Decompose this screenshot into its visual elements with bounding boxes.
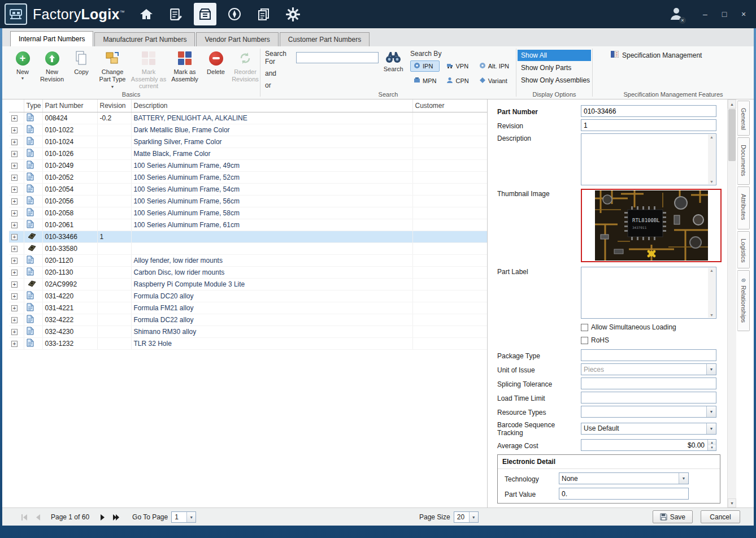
save-button[interactable]: Save (653, 510, 693, 523)
expand-icon[interactable]: + (11, 186, 18, 193)
customer-column-header[interactable]: Customer (412, 99, 487, 112)
show-all-option[interactable]: Show All (518, 50, 591, 61)
expand-icon[interactable]: + (11, 198, 18, 205)
expand-icon[interactable]: + (11, 163, 18, 169)
goto-page-select[interactable]: 1▼ (171, 511, 196, 523)
searchby-vpn[interactable]: VPN (443, 60, 472, 72)
revision-field[interactable] (581, 119, 716, 131)
tab-general[interactable]: General (737, 101, 750, 136)
expand-icon[interactable]: + (11, 329, 18, 335)
part-label-scrollbar[interactable]: ▲▼ (708, 268, 715, 318)
grid-detail-splitter[interactable] (487, 99, 488, 507)
average-cost-field[interactable] (581, 439, 716, 451)
table-row[interactable]: +010-1022Dark Metallic Blue, Frame Color (9, 124, 487, 136)
table-row[interactable]: +010-2049100 Series Aluminum Frame, 49cm (9, 159, 487, 171)
unit-of-issue-select[interactable]: Pieces▼ (581, 363, 716, 375)
tab-internal-part-numbers[interactable]: Internal Part Numbers (10, 31, 93, 46)
tab-attributes[interactable]: Attributes (737, 186, 750, 229)
page-size-select[interactable]: 20▼ (454, 511, 479, 523)
spinner-down-icon[interactable]: ▼ (707, 445, 716, 451)
table-row[interactable]: +032-4230Shimano RM30 alloy (9, 326, 487, 337)
expand-icon[interactable]: + (11, 258, 18, 264)
documents-icon[interactable] (253, 3, 275, 25)
expand-icon[interactable]: + (11, 175, 18, 181)
close-button[interactable]: × (738, 10, 749, 19)
show-only-parts-option[interactable]: Show Only Parts (518, 62, 591, 73)
part-label-textarea[interactable]: ▲▼ (581, 267, 716, 319)
description-scrollbar[interactable]: ▲▼ (708, 134, 715, 184)
minimize-button[interactable]: – (699, 10, 711, 19)
detail-scrollbar[interactable]: ▲ ▼ (727, 99, 736, 507)
part-number-field[interactable] (581, 105, 716, 117)
expand-icon[interactable]: + (11, 115, 18, 122)
description-textarea[interactable]: ▲▼ (581, 133, 716, 185)
cancel-button[interactable]: Cancel (701, 510, 740, 523)
table-row[interactable]: +010-2058100 Series Aluminum Frame, 58cm (9, 207, 487, 219)
expand-icon[interactable]: + (11, 305, 18, 311)
tab-customer-part-numbers[interactable]: Customer Part Numbers (280, 32, 370, 46)
navigate-icon[interactable] (223, 3, 246, 25)
part-value-field[interactable] (559, 488, 689, 500)
search-input[interactable] (296, 52, 379, 63)
copy-button[interactable]: Copy (67, 49, 96, 77)
searchby-variant[interactable]: Variant (476, 75, 512, 86)
scroll-down-icon[interactable]: ▼ (728, 498, 736, 507)
type-column-header[interactable]: Type (24, 99, 42, 112)
table-row[interactable]: +033-1232TLR 32 Hole (9, 337, 487, 349)
delete-button[interactable]: Delete (201, 49, 231, 77)
new-button[interactable]: + New▼ (8, 49, 37, 82)
chevron-down-icon[interactable]: ▼ (186, 512, 195, 522)
tab-manufacturer-part-numbers[interactable]: Manufacturer Part Numbers (94, 32, 195, 46)
tab-vendor-part-numbers[interactable]: Vendor Part Numbers (196, 32, 278, 46)
scroll-up-icon[interactable]: ▲ (710, 135, 714, 139)
allow-simultaneous-loading-checkbox[interactable] (581, 324, 588, 331)
expand-icon[interactable]: + (11, 293, 18, 300)
work-instructions-icon[interactable] (164, 3, 187, 25)
maximize-button[interactable]: □ (719, 10, 730, 19)
mark-as-assembly-button[interactable]: Mark as Assembly (168, 49, 201, 84)
change-part-type-button[interactable]: Change Part Type ▼ (96, 49, 129, 91)
chevron-down-icon[interactable]: ▼ (679, 473, 688, 484)
spinner-up-icon[interactable]: ▲ (707, 440, 716, 445)
scroll-up-icon[interactable]: ▲ (710, 268, 714, 272)
table-row[interactable]: +010-1026Matte Black, Frame Color (9, 147, 487, 159)
barcode-sequence-tracking-select[interactable]: Use Default▼ (581, 423, 716, 435)
tab-relationships[interactable]: Relationships (737, 270, 750, 331)
expand-icon[interactable]: + (11, 317, 18, 323)
searchby-cpn[interactable]: CPN (443, 75, 472, 86)
scrollbar-thumb[interactable] (728, 109, 736, 161)
expand-icon[interactable]: + (11, 234, 18, 240)
table-row[interactable]: +010-334661 (9, 231, 487, 242)
tab-documents[interactable]: Documents (737, 137, 750, 185)
revision-column-header[interactable]: Revision (97, 99, 131, 112)
last-page-button[interactable] (111, 512, 121, 522)
parts-icon[interactable] (194, 3, 216, 25)
expand-icon[interactable]: + (11, 139, 18, 145)
search-button[interactable]: Search (379, 50, 408, 72)
expand-icon[interactable]: + (11, 222, 18, 228)
expand-icon[interactable]: + (11, 246, 18, 252)
table-row[interactable]: +020-1130Carbon Disc, low rider mounts (9, 266, 487, 278)
table-row[interactable]: +031-4220Formula DC20 alloy (9, 290, 487, 302)
table-row[interactable]: +010-2061100 Series Aluminum Frame, 61cm (9, 219, 487, 231)
searchby-alt-ipn[interactable]: Alt. IPN (476, 60, 512, 72)
expand-icon[interactable]: + (11, 127, 18, 133)
next-page-button[interactable] (97, 512, 107, 522)
package-type-field[interactable] (581, 349, 716, 361)
table-row[interactable]: +02AC9992Raspberry Pi Compute Module 3 L… (9, 278, 487, 290)
table-row[interactable]: +010-2054100 Series Aluminum Frame, 54cm (9, 183, 487, 195)
table-row[interactable]: +008424-0.2BATTERY, PENLIGHT AA, ALKALIN… (9, 112, 487, 124)
table-row[interactable]: +010-2052100 Series Aluminum Frame, 52cm (9, 171, 487, 183)
technology-select[interactable]: None▼ (559, 472, 689, 484)
thumbnail-image[interactable]: RTL8100BL 3437011 (581, 189, 722, 262)
resource-types-select[interactable]: ▼ (581, 406, 716, 418)
user-account-icon[interactable]: × (669, 6, 684, 23)
table-row[interactable]: +032-4222Formula DC22 alloy (9, 314, 487, 326)
average-cost-spinner[interactable]: ▲▼ (707, 440, 716, 450)
chevron-down-icon[interactable]: ▼ (469, 512, 478, 522)
expand-icon[interactable]: + (11, 281, 18, 288)
new-revision-button[interactable]: New Revision (37, 49, 67, 84)
specification-management-button[interactable]: Specification Management (611, 51, 754, 59)
table-row[interactable]: +031-4221Formula FM21 alloy (9, 302, 487, 314)
chevron-down-icon[interactable]: ▼ (706, 423, 716, 434)
